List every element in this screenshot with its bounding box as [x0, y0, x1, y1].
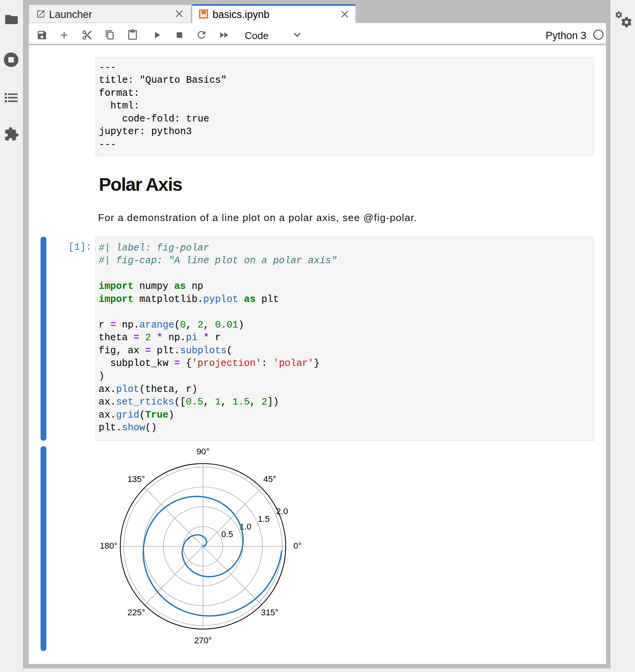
- svg-text:0°: 0°: [293, 541, 301, 551]
- svg-text:315°: 315°: [261, 608, 278, 617]
- svg-text:1.5: 1.5: [258, 514, 270, 524]
- svg-text:0.5: 0.5: [221, 529, 233, 539]
- svg-text:180°: 180°: [100, 541, 117, 551]
- svg-text:135°: 135°: [128, 474, 145, 484]
- svg-text:225°: 225°: [128, 608, 145, 617]
- svg-text:90°: 90°: [196, 447, 209, 456]
- svg-text:270°: 270°: [194, 636, 212, 645]
- svg-text:45°: 45°: [263, 474, 277, 484]
